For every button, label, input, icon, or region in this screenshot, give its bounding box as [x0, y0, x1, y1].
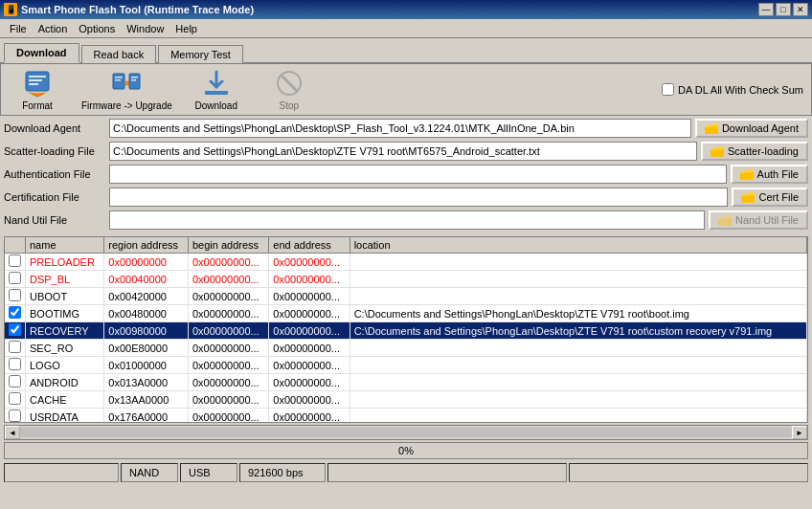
table-row-location: C:\Documents and Settings\PhongLan\Deskt…: [350, 322, 806, 340]
tab-bar: Download Read back Memory Test: [0, 38, 812, 64]
table-row-name: SEC_RO: [26, 340, 104, 357]
maximize-button[interactable]: □: [776, 3, 791, 16]
table-row-region: 0x176A0000: [104, 409, 189, 424]
close-button[interactable]: ✕: [793, 3, 808, 16]
menu-window[interactable]: Window: [121, 21, 169, 36]
col-end: end address: [269, 237, 350, 254]
cert-file-button[interactable]: Cert File: [732, 188, 808, 207]
nand-label: Nand Util File: [4, 214, 109, 226]
format-button[interactable]: Format: [9, 68, 66, 111]
table-row-region: 0x13AA0000: [104, 391, 189, 409]
download-agent-row: Download Agent Download Agent: [4, 118, 808, 139]
row-checkbox-0[interactable]: [9, 254, 21, 267]
table-row-location: [350, 271, 806, 288]
status-empty1: [4, 463, 119, 482]
format-icon: [22, 68, 53, 99]
row-checkbox-6[interactable]: [9, 358, 21, 370]
tab-readback[interactable]: Read back: [81, 45, 157, 63]
row-checkbox-8[interactable]: [9, 392, 21, 405]
svg-line-12: [282, 76, 297, 91]
row-checkbox-3[interactable]: [9, 306, 21, 319]
table-row-region: 0x00480000: [104, 305, 189, 322]
download-button[interactable]: Download: [188, 68, 245, 111]
da-dl-checkbox[interactable]: [662, 83, 674, 96]
menu-action[interactable]: Action: [33, 21, 74, 36]
tab-download[interactable]: Download: [4, 43, 79, 63]
horizontal-scrollbar[interactable]: ◄ ►: [4, 425, 808, 440]
col-begin: begin address: [188, 237, 268, 254]
table-row-name: ANDROID: [26, 374, 104, 391]
stop-label: Stop: [279, 100, 299, 111]
cert-input[interactable]: [109, 188, 728, 207]
nand-util-row: Nand Util File Nand Util File: [4, 210, 808, 231]
table-row-name: BOOTIMG: [26, 305, 104, 322]
scroll-left-button[interactable]: ◄: [5, 426, 20, 439]
svg-rect-8: [131, 77, 138, 78]
scatter-loading-button[interactable]: Scatter-loading: [701, 142, 808, 161]
row-checkbox-1[interactable]: [9, 272, 21, 284]
col-region: region address: [104, 237, 189, 254]
table-row-end: 0x00000000...: [269, 391, 350, 409]
auth-input[interactable]: [109, 165, 727, 184]
da-checkbox-container: DA DL All With Check Sum: [662, 83, 803, 96]
nand-input[interactable]: [109, 210, 705, 230]
partition-table: name region address begin address end ad…: [4, 236, 808, 423]
col-location: location: [350, 237, 806, 254]
svg-rect-2: [29, 79, 42, 81]
row-checkbox-7[interactable]: [9, 375, 21, 387]
svg-rect-3: [29, 83, 38, 85]
svg-rect-13: [705, 126, 718, 134]
toolbar: Format Firmware -> Upgrade Download: [0, 64, 812, 116]
menu-help[interactable]: Help: [169, 21, 203, 36]
svg-rect-16: [741, 195, 755, 203]
auth-file-row: Authentication File Auth File: [4, 164, 808, 185]
svg-rect-10: [205, 91, 228, 95]
row-checkbox-2[interactable]: [9, 289, 21, 301]
svg-rect-14: [710, 149, 724, 157]
scatter-loading-row: Scatter-loading File Scatter-loading: [4, 141, 808, 162]
table-row-location: [350, 340, 806, 357]
menu-options[interactable]: Options: [73, 21, 121, 36]
download-agent-input[interactable]: [109, 119, 691, 138]
status-usb: USB: [180, 463, 237, 482]
table-row-location: [350, 374, 806, 391]
table-row-location: [350, 357, 806, 374]
nand-util-button[interactable]: Nand Util File: [709, 210, 808, 230]
table-row-region: 0x01000000: [104, 357, 189, 374]
scroll-track[interactable]: [20, 428, 792, 437]
svg-rect-15: [740, 172, 754, 180]
svg-rect-5: [115, 77, 123, 78]
svg-rect-17: [718, 218, 732, 226]
table-row-end: 0x00000000...: [269, 288, 350, 305]
minimize-button[interactable]: —: [758, 3, 774, 16]
download-agent-button[interactable]: Download Agent: [695, 119, 808, 138]
tab-memory-test[interactable]: Memory Test: [158, 45, 243, 63]
svg-rect-6: [115, 79, 121, 81]
table-row-begin: 0x00000000...: [188, 254, 268, 271]
table-row-end: 0x00000000...: [269, 271, 350, 288]
auth-file-button[interactable]: Auth File: [731, 165, 808, 184]
table-row-begin: 0x00000000...: [188, 305, 268, 322]
table-row-begin: 0x00000000...: [188, 271, 268, 288]
download-agent-label: Download Agent: [4, 122, 109, 134]
table-row-end: 0x00000000...: [269, 254, 350, 271]
table-row-name: CACHE: [26, 391, 104, 409]
svg-rect-1: [29, 76, 46, 77]
row-checkbox-9[interactable]: [9, 409, 21, 422]
table-row-region: 0x00040000: [104, 271, 189, 288]
scatter-input[interactable]: [109, 142, 697, 161]
row-checkbox-4[interactable]: [9, 323, 21, 336]
table-row-region: 0x00E80000: [104, 340, 189, 357]
table-row-name: DSP_BL: [26, 271, 104, 288]
table-row-begin: 0x00000000...: [188, 374, 268, 391]
table-row-end: 0x00000000...: [269, 357, 350, 374]
stop-button[interactable]: Stop: [260, 68, 318, 111]
table-row-name: LOGO: [26, 357, 104, 374]
firmware-upgrade-button[interactable]: Firmware -> Upgrade: [81, 68, 172, 111]
folder-icon5: [718, 215, 732, 226]
scroll-right-button[interactable]: ►: [792, 426, 807, 439]
auth-label: Authentication File: [4, 168, 109, 180]
row-checkbox-5[interactable]: [9, 341, 21, 353]
table-row-begin: 0x00000000...: [188, 357, 268, 374]
menu-file[interactable]: File: [4, 21, 33, 36]
